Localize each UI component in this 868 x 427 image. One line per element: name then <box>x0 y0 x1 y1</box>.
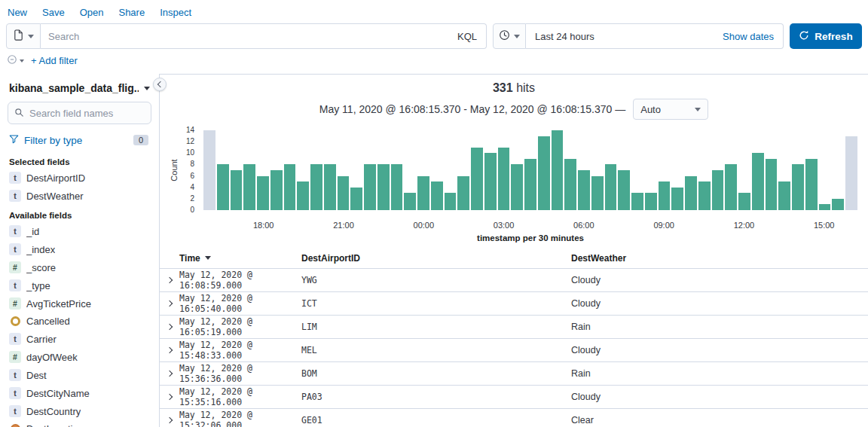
field-item-DestLocation[interactable]: DestLocation <box>8 420 151 427</box>
histogram-bar[interactable] <box>605 164 617 210</box>
histogram-bar[interactable] <box>391 164 403 210</box>
nav-link-new[interactable]: New <box>8 7 27 18</box>
histogram-bar[interactable] <box>671 188 683 210</box>
field-item-AvgTicketPrice[interactable]: #AvgTicketPrice <box>8 294 151 313</box>
expand-row-button[interactable] <box>160 418 179 422</box>
saved-filters-menu-button[interactable] <box>7 54 24 67</box>
histogram-bar[interactable] <box>524 159 536 210</box>
histogram-bar[interactable] <box>792 164 804 210</box>
field-item-DestCountry[interactable]: tDestCountry <box>8 402 151 420</box>
expand-row-button[interactable] <box>160 371 179 376</box>
histogram-bar[interactable] <box>618 170 630 210</box>
histogram-bar[interactable] <box>538 136 550 210</box>
histogram-bar[interactable] <box>404 193 416 210</box>
y-axis-tick: 4 <box>190 183 194 191</box>
dest-airport-cell: MEL <box>301 345 571 355</box>
histogram-bar[interactable] <box>203 130 215 210</box>
field-item-DestCityName[interactable]: tDestCityName <box>8 384 151 402</box>
dest-weather-column-header[interactable]: DestWeather <box>571 253 868 264</box>
field-item-DestWeather[interactable]: tDestWeather <box>8 187 151 205</box>
field-item-_score[interactable]: #_score <box>8 258 151 276</box>
dest-airport-cell: ICT <box>301 298 571 309</box>
histogram-bar[interactable] <box>457 176 469 210</box>
expand-row-button[interactable] <box>160 348 179 352</box>
collapse-sidebar-button[interactable] <box>153 78 167 91</box>
histogram-bar[interactable] <box>243 164 255 210</box>
field-name: Carrier <box>26 334 57 345</box>
histogram-bar[interactable] <box>591 176 604 210</box>
histogram-bar[interactable] <box>819 204 831 210</box>
chevron-right-icon <box>167 417 173 423</box>
expand-row-button[interactable] <box>160 278 179 282</box>
histogram-bar[interactable] <box>645 193 657 210</box>
field-search-input[interactable] <box>8 102 151 124</box>
histogram-bar[interactable] <box>484 153 497 210</box>
saved-query-menu-button[interactable] <box>6 23 41 49</box>
time-range-display[interactable]: Last 24 hours Show dates <box>526 23 784 49</box>
interval-select[interactable]: Auto <box>633 99 708 120</box>
histogram-bar[interactable] <box>431 181 443 210</box>
expand-row-button[interactable] <box>160 325 179 329</box>
field-item-_index[interactable]: t_index <box>8 240 151 258</box>
histogram-bar[interactable] <box>377 164 390 210</box>
kql-button[interactable]: KQL <box>448 31 486 42</box>
show-dates-link[interactable]: Show dates <box>723 31 774 42</box>
histogram-bar[interactable] <box>231 170 243 210</box>
histogram-bar[interactable] <box>725 164 737 210</box>
nav-link-share[interactable]: Share <box>118 7 145 18</box>
histogram-bar[interactable] <box>832 199 844 210</box>
field-item-Carrier[interactable]: tCarrier <box>8 330 151 348</box>
refresh-button[interactable]: Refresh <box>790 23 862 49</box>
histogram-bar[interactable] <box>712 170 724 210</box>
nav-link-inspect[interactable]: Inspect <box>160 7 191 18</box>
search-input[interactable] <box>41 31 448 42</box>
histogram-bar[interactable] <box>552 130 564 210</box>
field-item-dayOfWeek[interactable]: #dayOfWeek <box>8 348 151 366</box>
field-item-_type[interactable]: t_type <box>8 276 151 294</box>
histogram-bar[interactable] <box>698 181 711 210</box>
histogram-bar[interactable] <box>685 176 697 210</box>
index-pattern-switcher[interactable]: kibana_sample_data_flig... <box>8 78 151 102</box>
histogram-bar[interactable] <box>417 176 429 210</box>
field-name: _id <box>26 226 39 237</box>
histogram-bar[interactable] <box>284 164 296 210</box>
histogram-bar[interactable] <box>511 164 523 210</box>
histogram-bar[interactable] <box>270 170 283 210</box>
histogram-bar[interactable] <box>297 181 309 210</box>
table-row: May 12, 2020 @ 15:35:16.000PA03Cloudy <box>160 386 868 409</box>
histogram-bar[interactable] <box>310 164 322 210</box>
histogram-bar[interactable] <box>324 164 336 210</box>
histogram-bar[interactable] <box>845 136 857 210</box>
field-item-_id[interactable]: t_id <box>8 222 151 240</box>
histogram-bar[interactable] <box>471 148 483 210</box>
histogram-bar[interactable] <box>578 170 590 210</box>
histogram-bar[interactable] <box>659 181 671 210</box>
time-column-header[interactable]: Time <box>179 253 301 264</box>
expand-row-button[interactable] <box>160 395 179 399</box>
histogram-bar[interactable] <box>364 164 376 210</box>
histogram-bar[interactable] <box>338 176 350 210</box>
histogram-bar[interactable] <box>738 193 750 210</box>
histogram-bar[interactable] <box>805 159 818 210</box>
histogram-bar[interactable] <box>498 148 510 210</box>
histogram-bar[interactable] <box>778 181 790 210</box>
histogram-bar[interactable] <box>766 159 778 210</box>
nav-link-save[interactable]: Save <box>42 7 65 18</box>
add-filter-link[interactable]: + Add filter <box>31 55 78 66</box>
histogram-bar[interactable] <box>217 164 229 210</box>
time-picker-button[interactable] <box>493 23 526 49</box>
field-item-Dest[interactable]: tDest <box>8 366 151 384</box>
histogram-bar[interactable] <box>350 188 362 210</box>
histogram-bar[interactable] <box>257 176 269 210</box>
expand-row-button[interactable] <box>160 301 179 306</box>
field-item-DestAirportID[interactable]: tDestAirportID <box>8 169 151 187</box>
histogram-bar[interactable] <box>752 153 764 210</box>
dest-airport-column-header[interactable]: DestAirportID <box>301 253 571 264</box>
histogram-bar[interactable] <box>445 193 457 210</box>
field-item-Cancelled[interactable]: Cancelled <box>8 313 151 330</box>
filter-by-type-button[interactable]: Filter by type 0 <box>8 127 151 151</box>
histogram-bar[interactable] <box>564 159 576 210</box>
available-fields-title: Available fields <box>8 205 151 222</box>
histogram-bar[interactable] <box>631 193 643 210</box>
nav-link-open[interactable]: Open <box>80 7 104 18</box>
